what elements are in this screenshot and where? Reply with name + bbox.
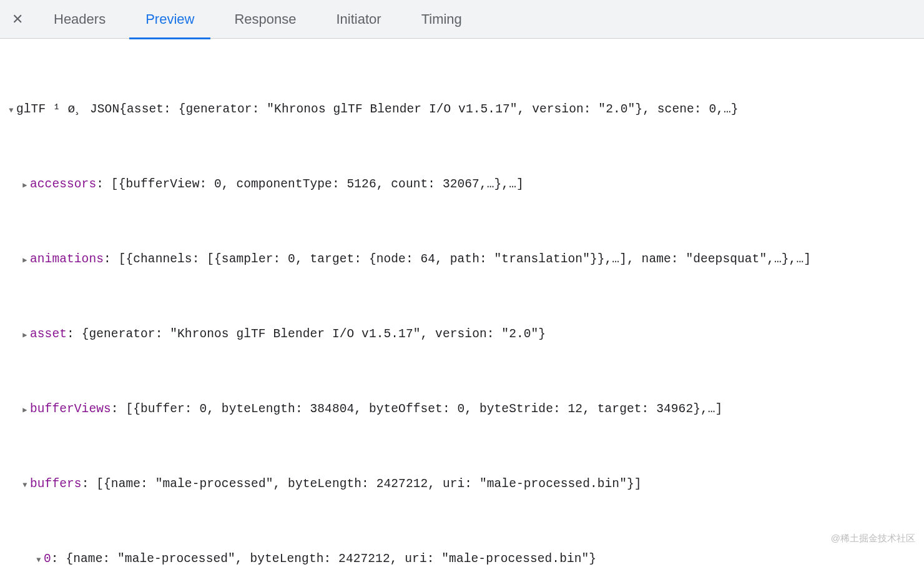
devtools-tab-bar: ✕ Headers Preview Response Initiator Tim… [0, 0, 924, 39]
json-key[interactable]: animations [30, 252, 104, 266]
tab-headers[interactable]: Headers [34, 0, 125, 39]
expand-toggle-icon[interactable] [20, 252, 30, 270]
tab-timing[interactable]: Timing [401, 0, 482, 39]
json-value-summary[interactable]: {generator: "Khronos glTF Blender I/O v1… [82, 327, 546, 341]
json-key[interactable]: 0 [44, 552, 51, 566]
json-key[interactable]: buffers [30, 477, 82, 491]
json-value-summary[interactable]: {name: "male-processed", byteLength: 242… [66, 552, 596, 566]
json-value-summary[interactable]: [{buffer: 0, byteLength: 384804, byteOff… [125, 402, 722, 416]
json-value-summary[interactable]: [{name: "male-processed", byteLength: 24… [96, 477, 641, 491]
tab-preview[interactable]: Preview [125, 0, 214, 39]
expand-toggle-icon[interactable] [20, 327, 30, 345]
expand-toggle-icon[interactable] [20, 476, 30, 495]
expand-toggle-icon[interactable] [20, 402, 30, 420]
tab-response[interactable]: Response [214, 0, 316, 39]
json-key[interactable]: asset [30, 327, 67, 341]
tree-root-label[interactable]: glTF ¹ ø¸ JSON [16, 102, 119, 116]
tab-initiator[interactable]: Initiator [316, 0, 401, 39]
close-icon[interactable]: ✕ [1, 11, 34, 27]
expand-toggle-icon[interactable] [34, 551, 44, 570]
json-value-summary[interactable]: [{bufferView: 0, componentType: 5126, co… [111, 177, 524, 191]
expand-toggle-icon[interactable] [6, 102, 16, 121]
json-key[interactable]: bufferViews [30, 402, 111, 416]
watermark-text: @稀土掘金技术社区 [831, 533, 915, 545]
json-preview-tree: glTF ¹ ø¸ JSON{asset: {generator: "Khron… [0, 39, 924, 582]
expand-toggle-icon[interactable] [20, 177, 30, 195]
json-key[interactable]: accessors [30, 177, 96, 191]
json-value-summary[interactable]: [{channels: [{sampler: 0, target: {node:… [119, 252, 811, 266]
tree-root-summary[interactable]: {asset: {generator: "Khronos glTF Blende… [119, 102, 738, 116]
